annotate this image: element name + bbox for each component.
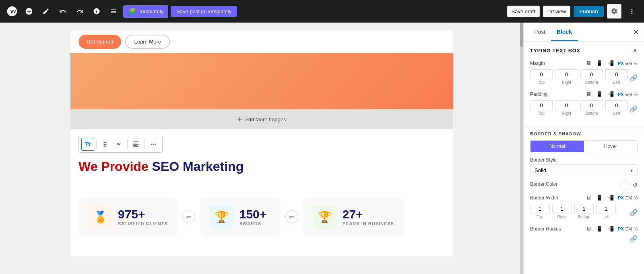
more-options-button[interactable] (625, 4, 639, 19)
hover-button[interactable]: Hover (584, 141, 638, 152)
padding-tablet-icon[interactable]: 📱 (594, 90, 604, 98)
editor-scrollbar[interactable] (520, 23, 523, 274)
padding-right-wrap: Right (555, 100, 578, 116)
margin-bottom-input[interactable] (580, 69, 603, 79)
padding-right-input[interactable] (555, 100, 578, 110)
border-radius-unit-em[interactable]: EM (625, 226, 632, 231)
stat-prev-arrow-2[interactable]: ⇐ (285, 210, 298, 223)
margin-unit-em[interactable]: EM (625, 61, 632, 66)
stat-prev-arrow-1[interactable]: ⇐ (182, 210, 195, 223)
stat-label-clients: SATISFIED CLIENTS (118, 221, 168, 226)
margin-desktop-icon[interactable]: 🖥 (584, 59, 593, 67)
border-width-top-input[interactable] (530, 204, 550, 214)
more-options-block-button[interactable] (147, 138, 160, 151)
margin-tablet-icon[interactable]: 📱 (594, 59, 604, 67)
border-width-mobile-icon[interactable]: 📲 (606, 194, 615, 201)
border-radius-unit-pct[interactable]: % (634, 226, 638, 231)
margin-top-input[interactable] (530, 69, 553, 79)
border-radius-units: PX EM % (618, 226, 638, 231)
margin-top-wrap: Top (530, 69, 553, 85)
border-width-bottom-input[interactable] (574, 204, 594, 214)
drag-handle-button[interactable] (99, 138, 111, 151)
border-radius-label: Border Radius (530, 226, 561, 232)
border-color-swatch[interactable] (620, 180, 630, 190)
border-radius-unit-px[interactable]: PX (618, 226, 624, 231)
publish-button[interactable]: Publish (574, 6, 604, 17)
padding-left-input[interactable] (605, 100, 628, 110)
padding-unit-px[interactable]: PX (618, 92, 624, 97)
panel-close-button[interactable]: ✕ (633, 28, 639, 37)
save-draft-button[interactable]: Save draft (507, 6, 540, 17)
padding-desktop-icon[interactable]: 🖥 (584, 90, 593, 98)
border-width-unit-pct[interactable]: % (634, 195, 638, 200)
learn-more-button[interactable]: Learn More (125, 35, 169, 49)
get-started-button[interactable]: Get Started (78, 35, 121, 49)
list-view-button[interactable] (106, 4, 121, 19)
border-style-select[interactable]: Solid None Dashed Dotted Double (530, 164, 638, 176)
border-radius-row: Border Radius 🖥 📱 📲 PX EM % (530, 225, 638, 232)
padding-top-input[interactable] (530, 100, 553, 110)
wp-logo[interactable] (5, 4, 19, 19)
right-panel: Post Block ✕ Typing Text Box ∧ Margin 🖥 … (523, 23, 644, 274)
tools-button[interactable] (39, 4, 53, 19)
move-up-down-button[interactable] (112, 138, 125, 151)
border-radius-mobile-icon[interactable]: 📲 (606, 225, 615, 232)
undo-button[interactable] (56, 4, 70, 19)
margin-left-input[interactable] (605, 69, 628, 79)
border-radius-desktop-icon[interactable]: 🖥 (584, 225, 593, 232)
margin-label: Margin 🖥 📱 📲 PX EM % (530, 59, 638, 67)
border-width-icon-row: 🖥 📱 📲 (584, 194, 615, 201)
preview-button[interactable]: Preview (543, 6, 570, 17)
border-width-tablet-icon[interactable]: 📱 (594, 194, 604, 201)
align-button[interactable] (130, 138, 142, 151)
tab-post[interactable]: Post (528, 24, 551, 41)
info-button[interactable] (89, 4, 104, 19)
border-width-top-wrap: Top (530, 204, 550, 219)
normal-button[interactable]: Normal (530, 141, 584, 152)
stat-number-clients: 975+ (118, 208, 168, 221)
border-color-refresh-button[interactable]: ↺ (633, 182, 638, 188)
padding-unit-pct[interactable]: % (634, 92, 638, 97)
margin-unit-pct[interactable]: % (634, 61, 638, 66)
margin-bottom-wrap: Bottom (580, 69, 603, 85)
add-more-images[interactable]: + Add More Images (70, 109, 453, 129)
add-block-button[interactable] (22, 4, 36, 19)
settings-button[interactable] (607, 4, 621, 19)
section-collapse-button[interactable]: ∧ (633, 47, 638, 54)
border-shadow-section: BORDER & SHADOW Normal Hover Border Styl… (524, 127, 644, 247)
margin-unit-px[interactable]: PX (618, 61, 624, 66)
padding-link-icon[interactable]: 🔗 (630, 105, 638, 113)
padding-mobile-icon[interactable]: 📲 (606, 90, 615, 98)
tab-block[interactable]: Block (551, 24, 578, 41)
padding-bottom-input[interactable] (580, 100, 603, 110)
padding-unit-em[interactable]: EM (625, 92, 632, 97)
border-width-unit-em[interactable]: EM (625, 195, 632, 200)
text-block-type-button[interactable] (81, 138, 94, 151)
border-width-unit-px[interactable]: PX (618, 195, 624, 200)
padding-left-label: Left (613, 111, 620, 116)
border-width-right-input[interactable] (552, 204, 572, 214)
border-radius-tablet-icon[interactable]: 📱 (594, 225, 604, 232)
padding-field-row: Padding 🖥 📱 📲 PX EM % (530, 90, 638, 117)
border-width-desktop-icon[interactable]: 🖥 (584, 194, 593, 201)
margin-mobile-icon[interactable]: 📲 (606, 59, 615, 67)
panel-tabs: Post Block ✕ (524, 23, 644, 42)
padding-right-label: Right (562, 111, 571, 116)
canvas: Get Started Learn More + Add More Images (70, 31, 453, 256)
margin-right-input[interactable] (555, 69, 578, 79)
redo-button[interactable] (72, 4, 87, 19)
templately-button[interactable]: 🧩 Templately (123, 5, 168, 18)
border-width-grid: Top Right Bottom Left (530, 204, 628, 219)
margin-left-wrap: Left (605, 69, 628, 85)
save-templately-button[interactable]: Save post in Templately (171, 6, 237, 17)
margin-field-row: Margin 🖥 📱 📲 PX EM % (530, 59, 638, 86)
border-width-left-input[interactable] (596, 204, 616, 214)
margin-bottom-label: Bottom (585, 80, 598, 85)
border-radius-link-icon[interactable]: 🔗 (630, 235, 638, 243)
section-title: Typing Text Box (530, 48, 580, 54)
margin-link-icon[interactable]: 🔗 (630, 74, 638, 82)
add-more-plus-icon: + (237, 114, 242, 125)
border-width-link-icon[interactable]: 🔗 (630, 209, 638, 216)
border-radius-icon-row: 🖥 📱 📲 (584, 225, 615, 232)
border-style-label: Border Style (530, 157, 638, 163)
